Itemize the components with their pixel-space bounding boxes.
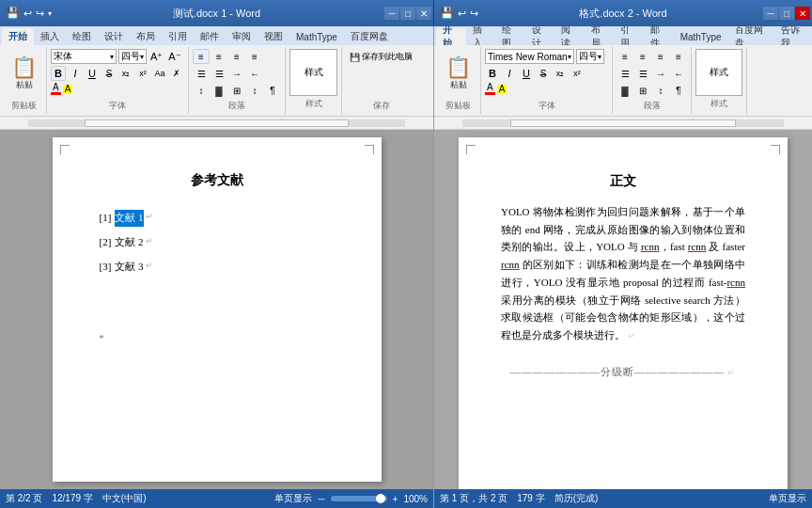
tab-ref-left[interactable]: 引用	[162, 28, 194, 45]
tab-baidu-right[interactable]: 百度网盘	[728, 28, 774, 45]
tab-layout-right[interactable]: 布局	[585, 28, 615, 45]
tab-tellme-right[interactable]: 告诉我	[774, 28, 812, 45]
tab-insert-left[interactable]: 插入	[34, 28, 66, 45]
numbering-btn-right[interactable]: ☰	[634, 66, 651, 81]
superscript-btn-left[interactable]: x²	[135, 66, 150, 81]
ref-text-1[interactable]: 文献 1	[115, 210, 143, 227]
quick-redo-icon[interactable]: ↪	[36, 8, 44, 20]
bold-btn-left[interactable]: B	[51, 66, 66, 81]
shading-btn-left[interactable]: ▓	[211, 83, 227, 98]
tab-home-left[interactable]: 开始	[2, 28, 34, 45]
pilcrow-btn-right[interactable]: ¶	[670, 83, 687, 98]
fontcolor-btn-left[interactable]: A	[51, 83, 61, 95]
left-close-btn[interactable]: ✕	[416, 7, 431, 20]
left-zoom-plus-btn[interactable]: +	[393, 494, 398, 504]
right-quick-undo-icon[interactable]: ↩	[458, 8, 466, 20]
grow-font-btn-left[interactable]: A⁺	[148, 51, 164, 63]
tab-mail-left[interactable]: 邮件	[194, 28, 226, 45]
borders-btn-left[interactable]: ⊞	[228, 83, 245, 98]
left-doc-pane: 开始 插入 绘图 设计 布局 引用 邮件 审阅 视图 MathType 百度网盘…	[0, 26, 434, 508]
underline-btn-left[interactable]: U	[85, 66, 100, 81]
right-quick-save-icon[interactable]: 💾	[440, 7, 454, 20]
outdent-btn-right[interactable]: ←	[670, 66, 687, 81]
italic-btn-right[interactable]: I	[502, 66, 517, 81]
tab-design-left[interactable]: 设计	[98, 28, 130, 45]
superscript-btn-right[interactable]: x²	[570, 66, 585, 81]
fontcolor-btn-right[interactable]: A	[485, 83, 495, 95]
paste-button-right[interactable]: 📋 粘贴	[442, 49, 475, 100]
tab-home-right[interactable]: 开始	[436, 28, 466, 45]
align-center-btn-right[interactable]: ≡	[634, 49, 651, 64]
font-size-dropdown-left[interactable]: 四号 ▾	[118, 49, 147, 64]
tab-mail-right[interactable]: 邮件	[644, 28, 674, 45]
tab-mathtype-left[interactable]: MathType	[289, 28, 344, 45]
align-left-btn-right[interactable]: ≡	[617, 49, 633, 64]
align-left-btn-left[interactable]: ≡	[193, 49, 210, 64]
left-maximize-btn[interactable]: □	[400, 7, 415, 20]
tab-ref-right[interactable]: 引用	[614, 28, 644, 45]
align-right-btn-left[interactable]: ≡	[228, 49, 245, 64]
left-zoom-slider[interactable]	[331, 496, 387, 501]
tab-view-left[interactable]: 视图	[258, 28, 289, 45]
underline-btn-right[interactable]: U	[519, 66, 534, 81]
left-view-mode[interactable]: 单页显示	[274, 492, 312, 505]
linespace-btn-left[interactable]: ↕	[193, 83, 210, 98]
tab-draw-left[interactable]: 绘图	[66, 28, 98, 45]
tab-read-right[interactable]: 阅读	[554, 28, 585, 45]
changecase-btn-left[interactable]: Aa	[152, 66, 167, 81]
tab-design-right[interactable]: 设计	[525, 28, 555, 45]
italic-btn-left[interactable]: I	[68, 66, 83, 81]
left-minimize-btn[interactable]: ─	[384, 7, 399, 20]
indent-btn-right[interactable]: →	[652, 66, 669, 81]
indent-btn-left[interactable]: →	[228, 66, 245, 81]
tab-baidu-left[interactable]: 百度网盘	[344, 28, 395, 45]
quick-dropdown-icon[interactable]: ▾	[48, 9, 52, 18]
clearformat-btn-left[interactable]: ✗	[169, 66, 184, 81]
font-name-dropdown-left[interactable]: 宋体 ▾	[51, 49, 117, 64]
font-size-dropdown-right[interactable]: 四号 ▾	[576, 49, 604, 64]
tab-mathtype-right[interactable]: MathType	[674, 28, 728, 45]
borders-btn-right[interactable]: ⊞	[634, 83, 651, 98]
left-zoom-minus-btn[interactable]: ─	[318, 494, 324, 504]
shading-btn-right[interactable]: ▓	[617, 83, 633, 98]
numbering-btn-left[interactable]: ☰	[211, 66, 227, 81]
strikethrough-btn-left[interactable]: S	[102, 66, 117, 81]
tab-review-left[interactable]: 审阅	[226, 28, 258, 45]
bullet-btn-right[interactable]: ☰	[617, 66, 633, 81]
sort-btn-left[interactable]: ↕	[246, 83, 263, 98]
justify-btn-left[interactable]: ≡	[246, 49, 263, 64]
right-close-btn[interactable]: ✕	[795, 7, 810, 20]
justify-btn-right[interactable]: ≡	[670, 49, 687, 64]
align-center-btn-left[interactable]: ≡	[211, 49, 227, 64]
quick-save-icon[interactable]: 💾	[6, 7, 20, 20]
subscript-btn-right[interactable]: x₂	[553, 66, 568, 81]
shrink-font-btn-left[interactable]: A⁻	[166, 51, 182, 63]
paste-button-left[interactable]: 📋 粘贴	[8, 49, 40, 100]
style-box-left[interactable]: 样式	[289, 49, 337, 96]
save-local-btn[interactable]: 💾 保存到此电脑	[346, 49, 416, 65]
right-quick-redo-icon[interactable]: ↪	[470, 8, 478, 20]
bold-btn-right[interactable]: B	[485, 66, 500, 81]
ref-text-2[interactable]: 文献 2	[115, 234, 143, 251]
highlight-btn-right[interactable]: A	[497, 85, 508, 94]
align-right-btn-right[interactable]: ≡	[652, 49, 669, 64]
clipboard-group-right: 📋 粘贴 剪贴板	[436, 47, 481, 114]
style-box-right[interactable]: 样式	[695, 49, 742, 96]
pilcrow-btn-left[interactable]: ¶	[264, 83, 281, 98]
tab-draw-right[interactable]: 绘图	[495, 28, 525, 45]
outdent-btn-left[interactable]: ←	[246, 66, 263, 81]
sort-btn-right[interactable]: ↕	[652, 83, 669, 98]
ref-text-3[interactable]: 文献 3	[115, 259, 143, 276]
subscript-btn-left[interactable]: x₂	[118, 66, 133, 81]
right-minimize-btn[interactable]: ─	[763, 7, 778, 20]
font-name-dropdown-right[interactable]: Times New Roman ▾	[485, 49, 574, 64]
highlight-btn-left[interactable]: A	[63, 85, 73, 94]
tab-insert-right[interactable]: 插入	[466, 28, 496, 45]
tab-layout-left[interactable]: 布局	[130, 28, 162, 45]
bullet-btn-left[interactable]: ☰	[193, 66, 210, 81]
quick-undo-icon[interactable]: ↩	[23, 8, 32, 20]
strikethrough-btn-right[interactable]: S	[536, 66, 551, 81]
right-maximize-btn[interactable]: □	[779, 7, 794, 20]
right-view-mode[interactable]: 单页显示	[769, 492, 806, 505]
clipboard-group-label-right: 剪贴板	[445, 100, 471, 112]
